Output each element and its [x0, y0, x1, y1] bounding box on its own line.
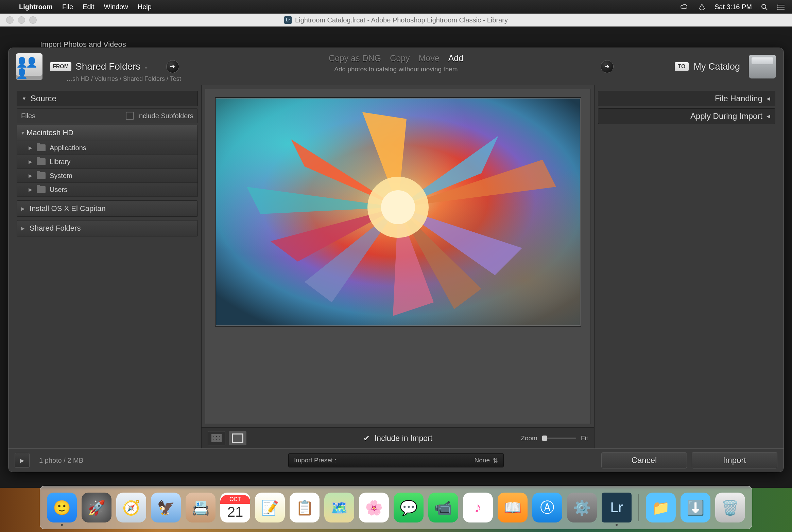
svg-point-8 — [381, 190, 415, 224]
folder-icon — [37, 144, 46, 151]
dock-lightroom[interactable]: Lr — [602, 493, 632, 522]
menu-edit[interactable]: Edit — [83, 3, 94, 11]
tree-root[interactable]: ▼Macintosh HD — [17, 125, 197, 141]
apply-during-import-header[interactable]: Apply During Import◀ — [598, 108, 775, 124]
dialog-bottom-bar: ▶ 1 photo / 2 MB Import Preset : None⇅ C… — [8, 448, 784, 472]
drive-shared-folders[interactable]: ▶Shared Folders — [17, 220, 198, 236]
dock-appstore[interactable]: Ⓐ — [532, 493, 562, 522]
mode-copy[interactable]: Copy — [390, 53, 410, 63]
svg-point-2 — [777, 7, 778, 8]
source-path: …sh HD / Volumes / Shared Folders / Test — [66, 75, 181, 83]
folder-icon — [37, 186, 46, 193]
macos-dock: 🙂 🚀 🧭 🦅 📇 OCT21 📝 📋 🗺️ 🌸 💬 📹 ♪ 📖 Ⓐ ⚙️ Lr… — [40, 486, 752, 529]
dest-prev-arrow[interactable]: ➔ — [601, 60, 614, 73]
fit-label[interactable]: Fit — [581, 435, 588, 442]
view-grid-button[interactable] — [208, 431, 225, 445]
svg-point-1 — [777, 5, 778, 6]
dock-reminders[interactable]: 📋 — [290, 493, 320, 522]
import-button[interactable]: Import — [692, 452, 777, 468]
dest-name[interactable]: My Catalog — [693, 61, 740, 72]
source-name[interactable]: Shared Folders — [75, 61, 140, 72]
source-section-header[interactable]: ▼Source — [17, 91, 198, 106]
preset-label: Import Preset : — [294, 457, 337, 464]
menubar-clock[interactable]: Sat 3:16 PM — [714, 3, 752, 11]
dock-finder[interactable]: 🙂 — [47, 493, 77, 522]
zoom-label: Zoom — [521, 435, 537, 442]
source-dropdown-icon[interactable]: ⌄ — [143, 63, 149, 70]
menu-window[interactable]: Window — [104, 3, 128, 11]
mode-move[interactable]: Move — [418, 53, 439, 63]
minimize-panel-button[interactable]: ▶ — [15, 453, 30, 468]
notification-center-icon[interactable] — [777, 3, 785, 11]
tree-folder-users[interactable]: ▶Users — [17, 183, 197, 197]
center-panel: ✔ Include in Import Zoom Fit — [201, 85, 595, 449]
dock-contacts[interactable]: 📇 — [186, 493, 216, 522]
drive-install-osx[interactable]: ▶Install OS X El Capitan — [17, 200, 198, 217]
dock-photos[interactable]: 🌸 — [359, 493, 389, 522]
dock-messages[interactable]: 💬 — [394, 493, 424, 522]
files-row: Files Include Subfolders — [17, 108, 198, 123]
svg-point-3 — [777, 9, 778, 10]
menu-file[interactable]: File — [62, 3, 73, 11]
window-titlebar: Lr Lightroom Catalog.lrcat - Adobe Photo… — [0, 14, 792, 26]
left-panel: ▼Source Files Include Subfolders ▼Macint… — [8, 85, 201, 449]
dock-calendar[interactable]: OCT21 — [220, 493, 250, 522]
view-loupe-button[interactable] — [229, 431, 246, 445]
desktop-background: 🙂 🚀 🧭 🦅 📇 OCT21 📝 📋 🗺️ 🌸 💬 📹 ♪ 📖 Ⓐ ⚙️ Lr… — [0, 488, 792, 532]
include-in-import-toggle[interactable]: ✔ Include in Import — [363, 434, 432, 443]
right-panel: File Handling◀ Apply During Import◀ — [595, 85, 784, 449]
dock-separator — [638, 494, 639, 521]
dock-launchpad[interactable]: 🚀 — [82, 493, 111, 522]
dock-safari[interactable]: 🧭 — [116, 493, 146, 522]
traffic-zoom[interactable] — [29, 16, 37, 24]
import-topbar: 👤👤👤 FROM Shared Folders ⌄ …sh HD / Volum… — [8, 48, 784, 86]
include-subfolders-label[interactable]: Include Subfolders — [137, 112, 193, 120]
import-dialog: 👤👤👤 FROM Shared Folders ⌄ …sh HD / Volum… — [8, 48, 784, 472]
zoom-slider[interactable] — [542, 438, 576, 439]
source-next-arrow[interactable]: ➔ — [166, 60, 179, 73]
app-body: Import Photos and Videos 👤👤👤 FROM Shared… — [0, 26, 792, 532]
menu-help[interactable]: Help — [138, 3, 152, 11]
dock-notes[interactable]: 📝 — [255, 493, 285, 522]
mode-dng[interactable]: Copy as DNG — [329, 53, 381, 63]
tree-folder-applications[interactable]: ▶Applications — [17, 141, 197, 155]
dock-facetime[interactable]: 📹 — [428, 493, 458, 522]
dropdown-icon: ⇅ — [493, 457, 498, 464]
app-menu[interactable]: Lightroom — [19, 3, 53, 11]
macos-menubar: Lightroom File Edit Window Help Sat 3:16… — [0, 0, 792, 14]
dock-trash[interactable]: 🗑️ — [715, 493, 745, 522]
dock-system-preferences[interactable]: ⚙️ — [567, 493, 597, 522]
preview-area[interactable] — [205, 89, 591, 424]
preview-thumbnail[interactable] — [216, 98, 581, 326]
tree-folder-system[interactable]: ▶System — [17, 169, 197, 183]
folder-icon — [37, 158, 46, 165]
svg-point-0 — [762, 4, 766, 8]
dock-downloads[interactable]: ⬇️ — [681, 493, 710, 522]
status-icon[interactable] — [698, 3, 706, 11]
folder-icon — [37, 172, 46, 179]
import-status: 1 photo / 2 MB — [39, 457, 83, 464]
dock-folder-1[interactable]: 📁 — [646, 493, 676, 522]
file-handling-header[interactable]: File Handling◀ — [598, 91, 775, 106]
creative-cloud-icon[interactable] — [680, 3, 689, 11]
dest-disk-icon[interactable] — [749, 55, 776, 78]
tree-folder-library[interactable]: ▶Library — [17, 155, 197, 169]
import-modes: Copy as DNG Copy Move Add — [329, 53, 463, 63]
traffic-close[interactable] — [6, 16, 14, 24]
source-shared-icon[interactable]: 👤👤👤 — [16, 53, 42, 80]
import-preset-dropdown[interactable]: Import Preset : None⇅ — [288, 453, 504, 467]
folder-tree: ▼Macintosh HD ▶Applications ▶Library ▶Sy… — [17, 125, 198, 197]
spotlight-icon[interactable] — [761, 3, 768, 11]
cancel-button[interactable]: Cancel — [601, 452, 687, 468]
dock-ibooks[interactable]: 📖 — [498, 493, 528, 522]
window-title: Lightroom Catalog.lrcat - Adobe Photosho… — [295, 16, 508, 24]
dock-itunes[interactable]: ♪ — [463, 493, 493, 522]
include-subfolders-checkbox[interactable] — [126, 112, 134, 120]
dock-maps[interactable]: 🗺️ — [324, 493, 354, 522]
center-toolbar: ✔ Include in Import Zoom Fit — [202, 427, 594, 449]
mode-add[interactable]: Add — [448, 53, 463, 63]
dock-mail[interactable]: 🦅 — [151, 493, 181, 522]
traffic-minimize[interactable] — [18, 16, 25, 24]
checkmark-icon: ✔ — [363, 434, 370, 443]
files-label: Files — [21, 112, 35, 120]
